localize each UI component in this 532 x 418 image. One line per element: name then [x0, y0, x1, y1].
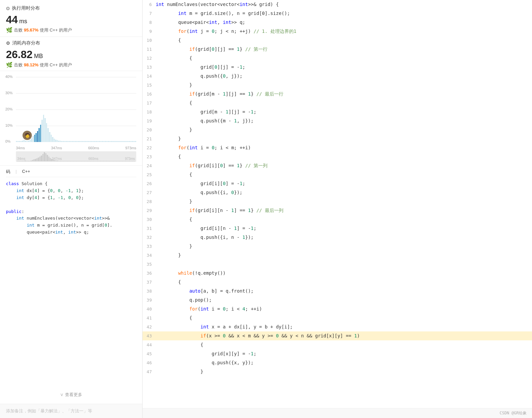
code-row: 21 }	[143, 134, 532, 143]
chart-bar	[76, 141, 78, 142]
right-panel: 6int numEnclaves(vector<vector<int>>& gr…	[143, 0, 532, 418]
line-number: 18	[143, 107, 156, 116]
chart-bar	[66, 141, 67, 142]
mini-chart-bar	[82, 161, 83, 161]
line-number: 12	[143, 54, 156, 63]
grid-label-10: 10%	[5, 123, 13, 127]
x-label-2: 347ms	[51, 146, 62, 150]
line-content: {	[156, 278, 181, 287]
code-row: 14 q.push({0, j});	[143, 72, 532, 81]
code-row: 41 {	[143, 314, 532, 322]
line-content: q.push({m - 1, j});	[156, 116, 254, 125]
line-number: 23	[143, 152, 156, 161]
chart-section: 40% 30% 20% 10% 0% 🧑	[0, 71, 142, 166]
chart-bar	[132, 141, 133, 142]
grid-label-30: 30%	[5, 91, 13, 95]
line-number: 20	[143, 125, 156, 134]
mini-chart-bar	[132, 161, 133, 161]
chart-bar	[94, 141, 95, 142]
chart-bar	[118, 141, 120, 142]
chart-bar	[93, 141, 94, 142]
tab-code[interactable]: 码	[6, 169, 10, 175]
mini-chart-bar	[121, 161, 122, 161]
line-number: 10	[143, 36, 156, 45]
code-row: 38 auto[a, b] = q.front();	[143, 287, 532, 296]
chart-bar	[108, 141, 109, 142]
mini-chart-bar	[79, 161, 80, 161]
chart-bar	[124, 141, 126, 142]
line-content: int m = grid.size(), n = grid[0].size();	[156, 9, 290, 18]
line-number: 44	[143, 340, 156, 349]
grid-label-20: 20%	[5, 107, 13, 111]
code-row: 7 int m = grid.size(), n = grid[0].size(…	[143, 9, 532, 18]
code-row: 43 if(x >= 0 && x < m && y >= 0 && y < n…	[143, 331, 532, 340]
chart-bar	[87, 141, 88, 142]
chart-bar	[46, 123, 47, 142]
chart-bar	[69, 141, 70, 142]
chart-bar	[81, 141, 82, 142]
line-number: 16	[143, 90, 156, 99]
chart-bar	[102, 141, 103, 142]
mini-chart-bar	[62, 161, 63, 161]
beat-icon: 🌿	[6, 27, 13, 33]
line-content: {	[156, 99, 192, 107]
chart-bar	[19, 141, 20, 142]
line-number: 39	[143, 296, 156, 305]
chart-bar	[25, 141, 26, 142]
line-content: q.push({i, 0});	[156, 188, 242, 197]
line-number: 28	[143, 197, 156, 206]
tab-cpp[interactable]: C++	[22, 169, 30, 175]
chart-bar	[97, 141, 99, 142]
mini-chart-bar	[29, 161, 30, 162]
mini-chart-bar	[124, 161, 125, 161]
line-number: 25	[143, 170, 156, 179]
chart-area: 40% 30% 20% 10% 0% 🧑	[6, 77, 136, 150]
x-label-3: 660ms	[88, 146, 99, 150]
mini-chart-bar	[59, 161, 60, 162]
line-content: q.push({i, n - 1});	[156, 233, 254, 242]
mini-chart-bar	[94, 161, 95, 161]
chart-bar	[84, 141, 85, 142]
code-row: 36 while(!q.empty())	[143, 269, 532, 278]
code-row: 18 grid[m - 1][j] = -1;	[143, 107, 532, 116]
code-row: 20 }	[143, 125, 532, 134]
line-number: 41	[143, 314, 156, 322]
chart-scroll[interactable]: 34ms 347ms 660ms 973ms	[16, 151, 136, 162]
line-content: }	[156, 242, 192, 251]
chart-bar	[24, 140, 25, 142]
mini-chart-bar	[23, 161, 24, 162]
chart-bar	[121, 141, 123, 142]
mini-chart-bar	[129, 161, 130, 161]
line-content: grid[x][y] = -1;	[156, 349, 256, 358]
code-row: 13 grid[0][j] = -1;	[143, 63, 532, 72]
mini-chart-bar	[22, 161, 23, 161]
chart-bar	[112, 141, 114, 142]
chart-bar	[120, 141, 121, 142]
left-code-content: class Solution { int dx[4] = {0, 0, -1, …	[6, 180, 136, 389]
chart-bar	[109, 141, 111, 142]
code-row: 6int numEnclaves(vector<vector<int>>& gr…	[143, 0, 532, 9]
chart-bar	[105, 141, 106, 142]
add-note-area[interactable]: 添加备注，例如「暴力解法」、「方法一」等	[0, 404, 142, 418]
bottom-bar: CSDN @GR绘象	[143, 408, 532, 418]
line-number: 14	[143, 72, 156, 81]
mini-chart-bar	[100, 161, 101, 161]
chart-bar	[127, 141, 129, 142]
memory-beat: 🌿 击败 98.12% 使用 C++ 的用户	[6, 62, 136, 68]
mini-chart-bar	[91, 161, 92, 161]
chart-bar	[54, 139, 55, 142]
code-row: 34 }	[143, 251, 532, 260]
line-number: 43	[143, 331, 156, 340]
see-more-button[interactable]: ∨ 查看更多	[6, 389, 136, 400]
line-number: 33	[143, 242, 156, 251]
line-content: grid[0][j] = -1;	[156, 63, 245, 72]
line-number: 13	[143, 63, 156, 72]
code-editor: 6int numEnclaves(vector<vector<int>>& gr…	[143, 0, 532, 408]
runtime-value: 44 ms	[6, 14, 136, 26]
code-row: 27 q.push({i, 0});	[143, 188, 532, 197]
mini-chart-bar	[19, 161, 20, 161]
chart-bar	[37, 131, 38, 142]
grid-label-0: 0%	[5, 139, 11, 143]
code-line-6: int numEnclaves(vector<vector<int>>&	[6, 215, 136, 222]
chart-bars	[16, 77, 136, 142]
